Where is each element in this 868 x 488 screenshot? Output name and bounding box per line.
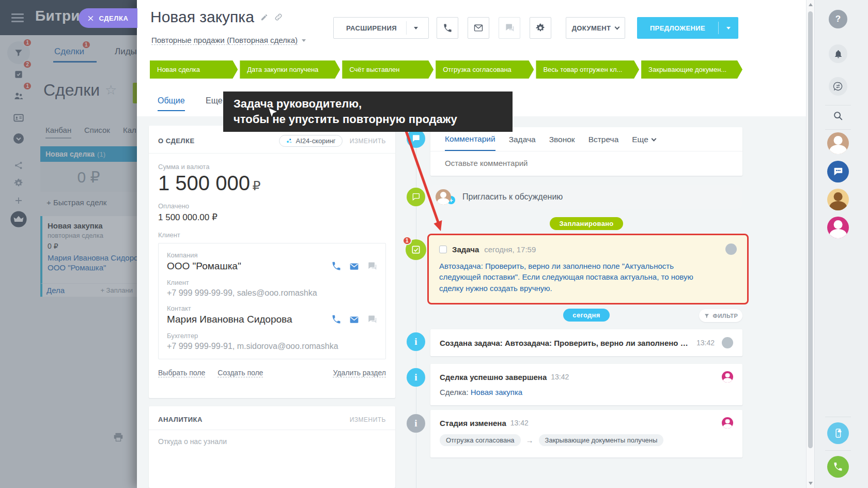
document-label: ДОКУМЕНТ bbox=[572, 24, 611, 32]
task-card[interactable]: Задача сегодня, 17:59 Автозадача: Провер… bbox=[427, 234, 749, 304]
task-title[interactable]: Задача bbox=[452, 245, 479, 254]
extensions-button[interactable]: РАСШИРЕНИЯ bbox=[333, 17, 429, 39]
copy-link-icon[interactable] bbox=[274, 13, 283, 21]
timeline-entry[interactable]: Создана задача: Автозадача: Проверить, в… bbox=[430, 329, 742, 356]
scroll-down-arrow[interactable] bbox=[809, 482, 813, 485]
timeline-entry[interactable]: Стадия изменена 13:42 Отгрузка согласова… bbox=[430, 410, 742, 457]
notifications-button[interactable] bbox=[829, 44, 847, 63]
scroll-up-arrow[interactable] bbox=[809, 3, 813, 6]
timeline-editor-card: Комментарий Задача Звонок Встреча Еще bbox=[430, 127, 742, 176]
phone-icon[interactable] bbox=[331, 314, 342, 325]
accountant-contacts: +7 999 999-99-91, m.sidorova@ooo.romashk… bbox=[167, 342, 377, 351]
edit-title-icon[interactable] bbox=[260, 13, 268, 21]
timeline-tab-task[interactable]: Задача bbox=[509, 128, 536, 150]
network-chat-button[interactable] bbox=[827, 161, 849, 182]
search-button[interactable] bbox=[829, 106, 847, 125]
field-label: Оплачено bbox=[158, 202, 386, 210]
contact-link[interactable]: Мария Ивановна Сидорова bbox=[167, 314, 292, 325]
tab-general[interactable]: Общие bbox=[158, 96, 185, 111]
stage-chip[interactable]: Отгрузка согласована bbox=[436, 60, 534, 79]
create-field-link[interactable]: Создать поле bbox=[218, 369, 263, 377]
stage-chip[interactable]: Закрывающие докумен... bbox=[641, 60, 742, 79]
analytics-card: АНАЛИТИКА ИЗМЕНИТЬ Откуда о нас узнали bbox=[149, 406, 395, 488]
task-text[interactable]: Автозадача: Проверить, верно ли заполнен… bbox=[439, 261, 708, 294]
client-box: Компания ООО "Ромашка" Клиент +7 999 999… bbox=[158, 243, 386, 359]
company-link[interactable]: ООО "Ромашка" bbox=[167, 261, 241, 272]
edit-section-link[interactable]: ИЗМЕНИТЬ bbox=[350, 416, 386, 423]
mobile-icon bbox=[833, 428, 843, 438]
planned-separator: Запланировано bbox=[430, 217, 742, 230]
timeline-tab-more[interactable]: Еще bbox=[632, 128, 656, 150]
task-checkbox[interactable] bbox=[439, 246, 447, 253]
contact-avatar[interactable] bbox=[827, 217, 849, 238]
cursor-icon bbox=[268, 107, 278, 120]
contact-avatar[interactable] bbox=[827, 189, 849, 210]
arrow-right-icon: → bbox=[526, 436, 534, 445]
timeline-entry[interactable]: Сделка успешно завершена 13:42 Сделка: Н… bbox=[430, 364, 742, 405]
extensions-label: РАСШИРЕНИЯ bbox=[337, 24, 406, 32]
history-button[interactable] bbox=[829, 77, 847, 96]
panel-scrollbar[interactable] bbox=[806, 0, 814, 488]
phone-icon bbox=[833, 462, 843, 472]
chat-icon[interactable] bbox=[367, 314, 377, 325]
chevron-down-icon bbox=[651, 136, 656, 142]
invite-row[interactable]: + Пригласить к обсуждению bbox=[430, 185, 742, 209]
call-button[interactable] bbox=[437, 17, 458, 39]
entry-title[interactable]: Сделка успешно завершена bbox=[440, 373, 547, 382]
user-avatar[interactable] bbox=[827, 132, 849, 154]
deal-sum-value[interactable]: 1 500 000 bbox=[158, 172, 250, 194]
section-title: О СДЕЛКЕ bbox=[158, 137, 279, 145]
stage-to-badge: Закрывающие документы получены bbox=[539, 434, 664, 446]
timeline-tab-call[interactable]: Звонок bbox=[549, 128, 575, 150]
stage-chip[interactable]: Весь товар отгружен кл... bbox=[536, 60, 639, 79]
scrollbar-thumb[interactable] bbox=[808, 11, 813, 448]
avatar bbox=[722, 371, 733, 383]
client-contacts: +7 999 999-99-99, sales@ooo.romashka bbox=[167, 288, 377, 298]
settings-button[interactable] bbox=[530, 17, 551, 39]
stage-chip[interactable]: Новая сделка bbox=[150, 60, 238, 79]
proposal-button[interactable]: ПРЕДЛОЖЕНИЕ bbox=[637, 17, 738, 39]
mobile-app-button[interactable] bbox=[827, 422, 849, 444]
stage-chip[interactable]: Счёт выставлен bbox=[342, 60, 433, 79]
phone-icon[interactable] bbox=[331, 261, 342, 271]
chat-button[interactable] bbox=[499, 17, 520, 39]
chat-icon[interactable] bbox=[367, 261, 377, 271]
filter-icon bbox=[704, 313, 710, 319]
comment-input[interactable] bbox=[430, 151, 711, 174]
entry-deal-link[interactable]: Новая закупка bbox=[471, 388, 522, 396]
filter-label: ФИЛЬТР bbox=[713, 313, 738, 319]
chevron-down-icon[interactable] bbox=[414, 27, 418, 29]
deal-title[interactable]: Новая закупка bbox=[150, 8, 254, 26]
proposal-label: ПРЕДЛОЖЕНИЕ bbox=[637, 24, 718, 32]
select-field-link[interactable]: Выбрать поле bbox=[158, 369, 205, 377]
timeline-tab-meeting[interactable]: Встреча bbox=[588, 128, 619, 150]
avatar bbox=[725, 243, 737, 255]
telephony-button[interactable] bbox=[827, 456, 849, 478]
chevron-down-icon bbox=[615, 25, 620, 30]
slider-close-tab[interactable]: СДЕЛКА bbox=[79, 8, 137, 28]
edit-section-link[interactable]: ИЗМЕНИТЬ bbox=[350, 138, 386, 145]
planned-badge: Запланировано bbox=[550, 217, 623, 230]
mail-icon[interactable] bbox=[349, 261, 360, 272]
entry-title[interactable]: Создана задача: Автозадача: Проверить, в… bbox=[440, 339, 691, 347]
today-badge: сегодня bbox=[563, 309, 609, 322]
dim-overlay[interactable] bbox=[0, 0, 137, 488]
document-button[interactable]: ДОКУМЕНТ bbox=[566, 17, 625, 39]
funnel-selector[interactable]: Повторные продажи (Повторная сделка) bbox=[151, 36, 298, 45]
tab-more-label: Еще bbox=[206, 96, 223, 105]
mail-icon[interactable] bbox=[349, 314, 360, 325]
filter-button[interactable]: ФИЛЬТР bbox=[699, 309, 742, 322]
close-icon[interactable] bbox=[87, 15, 94, 22]
entry-title[interactable]: Стадия изменена bbox=[440, 419, 506, 428]
field-label: Клиент bbox=[167, 279, 377, 286]
divider bbox=[825, 417, 851, 417]
ai-scoring-badge[interactable]: AI24-скоринг bbox=[279, 135, 343, 147]
email-button[interactable] bbox=[468, 17, 489, 39]
delete-section-link[interactable]: Удалить раздел bbox=[333, 369, 386, 377]
group-chat-icon bbox=[832, 166, 844, 177]
field-label: Компания bbox=[167, 251, 377, 259]
chevron-down-icon[interactable] bbox=[726, 27, 731, 29]
help-button[interactable]: ? bbox=[829, 10, 847, 28]
stage-chip[interactable]: Дата закупки получена bbox=[240, 60, 340, 79]
avatar bbox=[722, 417, 733, 429]
